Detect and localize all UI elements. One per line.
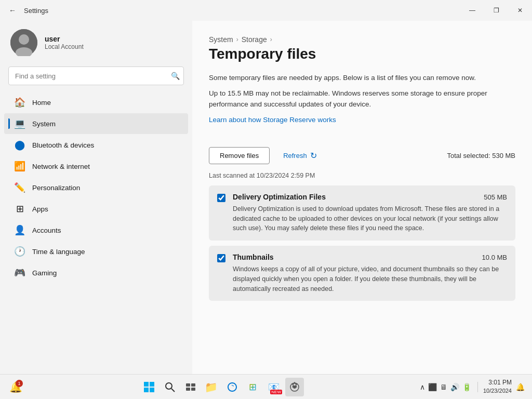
search-input[interactable]: [8, 66, 184, 85]
svg-line-8: [171, 389, 175, 392]
sidebar-item-system[interactable]: 💻 System: [4, 113, 188, 134]
sidebar-item-accounts[interactable]: 👤 Accounts: [4, 220, 188, 241]
page-title: Temporary files: [209, 46, 515, 62]
checkbox-delivery-input[interactable]: [217, 194, 225, 202]
nav-list: 🏠 Home 💻 System ⬤ Bluetooth & devices 📶 …: [0, 91, 192, 374]
file-explorer-button[interactable]: 📁: [202, 378, 221, 396]
file-desc-thumbnails: Windows keeps a copy of all of your pict…: [233, 264, 507, 294]
sidebar-item-apps[interactable]: ⊞ Apps: [4, 198, 188, 219]
bluetooth-icon: ⬤: [15, 140, 25, 150]
file-header-thumbnails: Thumbnails 10.0 MB: [233, 253, 507, 261]
time-block[interactable]: 3:01 PM 10/23/2024: [483, 378, 512, 395]
content-area: System › Storage › Temporary files Some …: [192, 21, 532, 374]
notification-badge: 1: [16, 380, 23, 387]
apps-icon: ⊞: [15, 204, 25, 214]
remove-files-button[interactable]: Remove files: [209, 147, 270, 164]
settings-active-button[interactable]: [285, 378, 304, 396]
breadcrumb-storage[interactable]: Storage: [242, 35, 267, 44]
chevron-up-icon[interactable]: ∧: [419, 382, 426, 392]
sidebar-item-home[interactable]: 🏠 Home: [4, 92, 188, 113]
search-icon[interactable]: 🔍: [171, 72, 180, 80]
checkbox-thumbnails: [217, 254, 225, 264]
taskbar-separator: [477, 382, 478, 392]
svg-rect-10: [191, 383, 195, 387]
titlebar: ← Settings — ❐ ✕: [0, 0, 532, 21]
taskbar-right: ∧ ⬛ 🖥 🔊 🔋 3:01 PM 10/23/2024 🔔: [419, 378, 526, 395]
svg-point-1: [19, 34, 29, 45]
scan-info: Last scanned at 10/23/2024 2:59 PM: [209, 172, 515, 179]
minimize-button[interactable]: —: [460, 0, 484, 21]
file-info-delivery: Delivery Optimization Files 505 MB Deliv…: [233, 193, 507, 233]
breadcrumb-system[interactable]: System: [209, 35, 233, 44]
user-type: Local Account: [45, 43, 84, 50]
nav-label-accounts: Accounts: [32, 227, 61, 234]
nav-label-personalization: Personalization: [32, 184, 80, 192]
file-info-thumbnails: Thumbnails 10.0 MB Windows keeps a copy …: [233, 253, 507, 294]
refresh-label: Refresh: [283, 152, 307, 159]
search-box: 🔍: [8, 66, 184, 85]
refresh-button[interactable]: Refresh ↻: [275, 147, 325, 165]
user-name: user: [45, 35, 84, 43]
nav-label-time: Time & language: [32, 248, 85, 256]
file-header-delivery: Delivery Optimization Files 505 MB: [233, 193, 507, 201]
sidebar-item-time[interactable]: 🕐 Time & language: [4, 241, 188, 262]
sidebar-item-gaming[interactable]: 🎮 Gaming: [4, 262, 188, 283]
action-bar: Remove files Refresh ↻ Total selected: 5…: [209, 147, 515, 165]
file-size-thumbnails: 10.0 MB: [482, 254, 507, 261]
taskbar: 🔔 1 📁: [0, 374, 532, 399]
battery-icon[interactable]: 🔋: [461, 382, 472, 392]
maximize-button[interactable]: ❐: [484, 0, 508, 21]
svg-rect-11: [186, 388, 190, 391]
time-icon: 🕐: [15, 246, 25, 257]
nav-label-network: Network & internet: [32, 163, 90, 170]
search-taskbar-button[interactable]: [161, 378, 179, 396]
sidebar: user Local Account 🔍 🏠 Home 💻 System ⬤ B…: [0, 21, 192, 374]
nav-label-gaming: Gaming: [32, 269, 57, 277]
svg-rect-6: [150, 388, 154, 392]
svg-rect-3: [144, 382, 149, 387]
accounts-icon: 👤: [15, 225, 25, 235]
app-title: Settings: [24, 7, 48, 15]
file-desc-delivery: Delivery Optimization is used to downloa…: [233, 204, 507, 233]
checkbox-thumbnails-input[interactable]: [217, 254, 225, 262]
sidebar-item-bluetooth[interactable]: ⬤ Bluetooth & devices: [4, 135, 188, 155]
refresh-icon: ↻: [310, 151, 317, 161]
volume-icon[interactable]: 🔊: [449, 382, 460, 392]
start-button[interactable]: [140, 378, 158, 396]
notification-icon[interactable]: 🔔 1: [6, 378, 25, 396]
window-controls: — ❐ ✕: [460, 0, 532, 21]
learn-link[interactable]: Learn about how Storage Reserve works: [209, 116, 336, 124]
nav-label-home: Home: [32, 99, 51, 107]
svg-rect-5: [144, 388, 149, 392]
svg-rect-4: [150, 382, 154, 387]
clock-time: 3:01 PM: [483, 378, 512, 387]
edge-button[interactable]: [223, 378, 242, 396]
network-icon: 📶: [15, 161, 25, 171]
svg-rect-9: [186, 383, 190, 387]
close-button[interactable]: ✕: [508, 0, 532, 21]
breadcrumb: System › Storage ›: [209, 35, 515, 44]
breadcrumb-sep1: ›: [236, 36, 238, 43]
file-item-delivery: Delivery Optimization Files 505 MB Deliv…: [209, 185, 515, 241]
sidebar-item-personalization[interactable]: ✏️ Personalization: [4, 177, 188, 198]
store-button[interactable]: ⊞: [244, 378, 262, 396]
taskbar-center: 📁 ⊞ 📧 NEW: [25, 378, 419, 396]
personalization-icon: ✏️: [15, 182, 25, 193]
file-name-thumbnails: Thumbnails: [233, 253, 274, 261]
tablet-mode-icon[interactable]: ⬛: [427, 382, 438, 392]
user-section: user Local Account: [0, 21, 192, 66]
notification-center-icon[interactable]: 🔔: [515, 382, 526, 392]
nav-label-apps: Apps: [32, 205, 48, 213]
file-item-thumbnails: Thumbnails 10.0 MB Windows keeps a copy …: [209, 246, 515, 301]
sys-icons: ∧ ⬛ 🖥 🔊 🔋: [419, 382, 472, 392]
user-info: user Local Account: [45, 35, 84, 50]
clock-date: 10/23/2024: [483, 387, 512, 395]
taskview-button[interactable]: [181, 378, 200, 396]
display-icon[interactable]: 🖥: [439, 382, 448, 392]
checkbox-delivery: [217, 194, 225, 204]
svg-rect-12: [191, 388, 195, 391]
file-size-delivery: 505 MB: [484, 193, 507, 201]
outlook-button[interactable]: 📧 NEW: [264, 378, 283, 396]
sidebar-item-network[interactable]: 📶 Network & internet: [4, 156, 188, 177]
back-button[interactable]: ←: [4, 2, 21, 19]
